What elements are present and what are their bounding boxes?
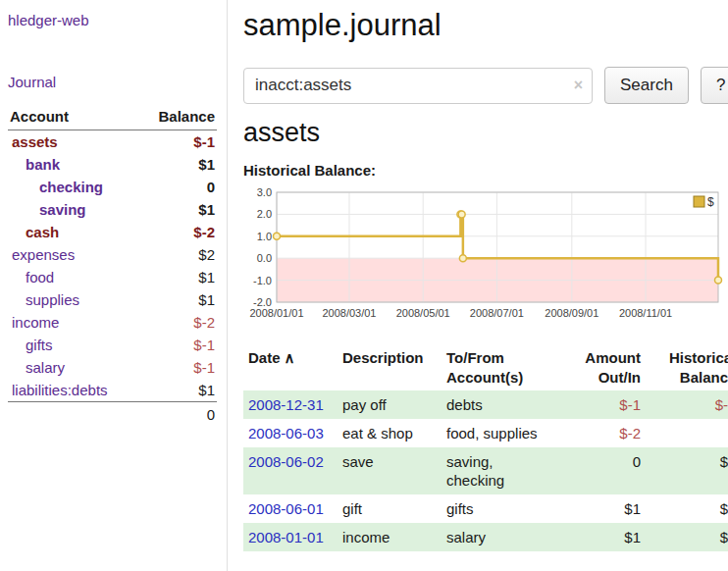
- account-balance: $-1: [139, 130, 217, 154]
- balance-chart: 3.02.01.00.0-1.0-2.02008/01/012008/03/01…: [243, 184, 726, 332]
- app-window: hledger-web Journal Account Balance asse…: [0, 0, 728, 571]
- transaction-amount: $1: [571, 523, 646, 551]
- accounts-total-balance: 0: [139, 402, 217, 427]
- account-balance: $1: [139, 266, 217, 288]
- accounts-header-balance: Balance: [139, 106, 217, 130]
- account-row: gifts$-1: [8, 334, 217, 356]
- account-balance: $2: [139, 243, 217, 266]
- register-col-header: To/From Account(s): [442, 345, 571, 390]
- account-link[interactable]: assets: [12, 133, 58, 150]
- account-balance: 0: [139, 176, 217, 198]
- transaction-balance: $2: [646, 494, 728, 523]
- account-link[interactable]: income: [12, 314, 59, 331]
- help-button[interactable]: ?: [701, 67, 728, 104]
- transaction-date-link[interactable]: 2008-12-31: [248, 396, 324, 413]
- svg-text:2008/01/01: 2008/01/01: [249, 307, 303, 319]
- transaction-balance: $-1: [646, 390, 728, 419]
- register-row: 2008-01-01incomesalary$1$1: [243, 523, 728, 551]
- account-row: supplies$1: [8, 288, 217, 311]
- account-link[interactable]: food: [26, 269, 54, 286]
- transaction-amount: $-1: [571, 390, 646, 419]
- transaction-date-link[interactable]: 2008-06-01: [248, 500, 324, 517]
- transaction-description: pay off: [338, 390, 442, 419]
- transaction-balance: 0: [646, 419, 728, 447]
- svg-text:2.0: 2.0: [257, 208, 272, 220]
- account-row: income$-2: [8, 311, 217, 334]
- svg-text:2008/11/01: 2008/11/01: [619, 307, 672, 319]
- account-row: salary$-1: [8, 356, 217, 379]
- accounts-header-row: Account Balance: [8, 106, 217, 130]
- account-heading: assets: [243, 118, 728, 148]
- page-title: sample.journal: [243, 8, 728, 43]
- register-row: 2008-06-03eat & shopfood, supplies$-20: [243, 419, 728, 447]
- accounts-header-account: Account: [8, 106, 139, 130]
- register-col-header: Description: [338, 345, 442, 390]
- accounts-total-row: 0: [8, 402, 217, 427]
- account-link[interactable]: supplies: [26, 291, 79, 308]
- account-link[interactable]: checking: [39, 179, 103, 195]
- account-row: cash$-2: [8, 221, 217, 243]
- transaction-description: income: [338, 523, 442, 551]
- register-col-header[interactable]: Date∧: [243, 345, 338, 390]
- account-row: saving$1: [8, 198, 217, 221]
- accounts-body: assets$-1bank$1checking0saving$1cash$-2e…: [8, 130, 217, 402]
- svg-text:3.0: 3.0: [257, 186, 272, 198]
- svg-text:$: $: [707, 195, 714, 209]
- search-button[interactable]: Search: [604, 67, 689, 104]
- account-row: assets$-1: [8, 130, 217, 154]
- search-form: × Search ?: [243, 67, 728, 104]
- app-title-link[interactable]: hledger-web: [8, 12, 217, 28]
- register-row: 2008-06-02savesaving, checking0$2: [243, 447, 728, 494]
- transaction-amount: 0: [571, 447, 646, 494]
- account-balance: $-1: [139, 356, 217, 379]
- account-balance: $-2: [139, 311, 217, 334]
- register-row: 2008-06-01giftgifts$1$2: [243, 494, 728, 523]
- transaction-accounts: food, supplies: [442, 419, 571, 447]
- accounts-table: Account Balance assets$-1bank$1checking0…: [8, 106, 217, 426]
- transaction-accounts: salary: [442, 523, 571, 551]
- transaction-date-link[interactable]: 2008-01-01: [248, 529, 324, 545]
- svg-text:0.0: 0.0: [257, 252, 272, 264]
- transaction-amount: $1: [571, 494, 646, 523]
- clear-search-icon[interactable]: ×: [574, 77, 583, 94]
- account-link[interactable]: salary: [26, 359, 65, 376]
- account-row: bank$1: [8, 153, 217, 176]
- account-balance: $1: [139, 153, 217, 176]
- account-row: food$1: [8, 266, 217, 288]
- search-box: ×: [243, 68, 593, 104]
- sidebar: hledger-web Journal Account Balance asse…: [0, 0, 228, 571]
- account-balance: $1: [139, 288, 217, 311]
- transaction-date-link[interactable]: 2008-06-03: [248, 425, 324, 441]
- account-row: expenses$2: [8, 243, 217, 266]
- register-col-header: Historical Balance: [646, 345, 728, 390]
- transaction-accounts: saving, checking: [442, 447, 571, 494]
- transaction-balance: $1: [646, 523, 728, 551]
- transaction-date-link[interactable]: 2008-06-02: [248, 453, 324, 470]
- search-input[interactable]: [243, 68, 593, 104]
- sort-ascending-icon[interactable]: ∧: [285, 349, 295, 366]
- svg-text:-1.0: -1.0: [253, 275, 272, 286]
- transaction-accounts: gifts: [442, 494, 571, 523]
- account-link[interactable]: saving: [39, 201, 86, 218]
- account-link[interactable]: cash: [26, 224, 59, 240]
- account-balance: $-2: [139, 221, 217, 243]
- account-link[interactable]: gifts: [26, 337, 53, 353]
- svg-text:2008/03/01: 2008/03/01: [322, 307, 376, 319]
- account-row: checking0: [8, 176, 217, 198]
- account-link[interactable]: bank: [26, 156, 60, 173]
- svg-text:2008/05/01: 2008/05/01: [396, 307, 450, 319]
- transaction-description: gift: [338, 494, 442, 523]
- register-col-header: Amount Out/In: [571, 345, 646, 390]
- transaction-amount: $-2: [571, 419, 646, 447]
- transaction-balance: $2: [646, 447, 728, 494]
- account-link[interactable]: liabilities:debts: [12, 382, 108, 398]
- register-body: 2008-12-31pay offdebts$-1$-12008-06-03ea…: [243, 390, 728, 551]
- account-link[interactable]: expenses: [12, 246, 75, 263]
- main-panel: sample.journal × Search ? assets Histori…: [228, 0, 728, 571]
- transaction-description: eat & shop: [338, 419, 442, 447]
- account-balance: $1: [139, 379, 217, 402]
- chart-heading: Historical Balance:: [243, 162, 728, 179]
- sidebar-item-journal[interactable]: Journal: [8, 74, 217, 90]
- svg-text:2008/07/01: 2008/07/01: [470, 307, 524, 319]
- account-balance: $-1: [139, 334, 217, 356]
